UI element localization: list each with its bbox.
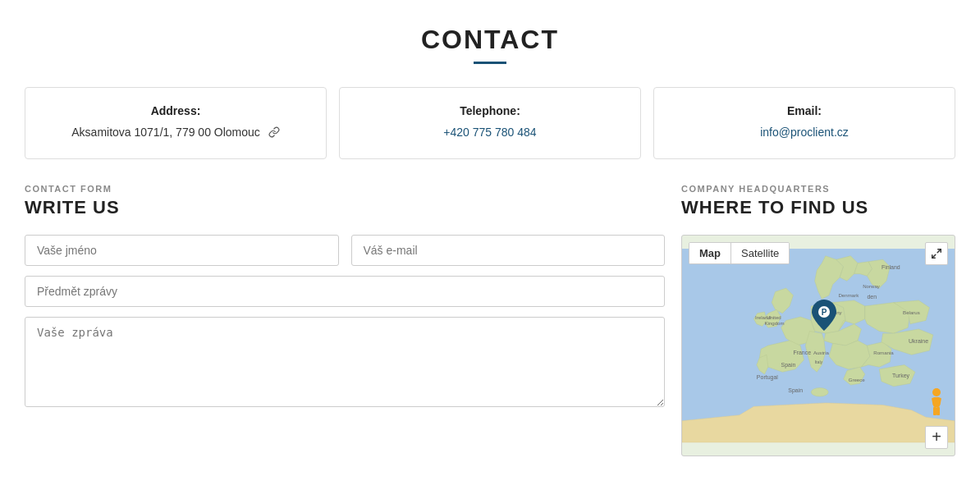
telephone-value: +420 775 780 484 (356, 126, 624, 139)
map-section: COMPANY HEADQUARTERS WHERE TO FIND US (681, 184, 955, 456)
title-underline (474, 62, 506, 64)
svg-rect-30 (936, 407, 940, 415)
map-pin: P (812, 300, 836, 334)
svg-text:Ireland: Ireland (755, 314, 771, 319)
svg-text:Spain: Spain (781, 362, 796, 369)
svg-text:Romania: Romania (873, 350, 894, 355)
form-subtitle: CONTACT FORM (25, 184, 665, 194)
svg-rect-29 (933, 407, 936, 415)
svg-text:Kingdom: Kingdom (764, 319, 784, 325)
page-title: CONTACT (25, 25, 955, 55)
map-expand-button[interactable] (925, 242, 948, 265)
svg-text:Ukraine: Ukraine (909, 338, 928, 344)
email-link[interactable]: info@proclient.cz (760, 126, 849, 139)
svg-text:Finland: Finland (882, 263, 900, 269)
address-label: Address: (42, 104, 309, 117)
svg-text:Austria: Austria (813, 350, 830, 355)
svg-text:Norway: Norway (863, 283, 881, 289)
map-background: den Finland Norway United Kingdom Irelan… (682, 236, 955, 456)
svg-point-25 (932, 388, 941, 396)
svg-text:P: P (821, 308, 827, 317)
svg-text:Italy: Italy (815, 359, 823, 364)
svg-text:Portugal: Portugal (757, 374, 778, 381)
telephone-link[interactable]: +420 775 780 484 (443, 126, 536, 139)
map-title: WHERE TO FIND US (681, 197, 955, 218)
svg-text:Denmark: Denmark (838, 292, 859, 298)
email-value: info@proclient.cz (671, 126, 938, 139)
name-input[interactable] (25, 235, 339, 266)
map-zoom-in-button[interactable]: + (925, 426, 948, 449)
svg-text:den: den (867, 294, 877, 300)
email-card: Email: info@proclient.cz (653, 87, 955, 159)
main-content: CONTACT FORM WRITE US COMPANY HEADQUARTE… (25, 184, 955, 456)
map-toggle-map[interactable]: Map (689, 243, 731, 263)
svg-text:Turkey: Turkey (892, 373, 910, 379)
svg-text:France: France (793, 350, 811, 355)
map-pegman[interactable] (925, 387, 948, 419)
form-row-name-email (25, 235, 665, 266)
email-input[interactable] (351, 235, 666, 266)
subject-input[interactable] (25, 276, 665, 307)
map-toggle-satellite[interactable]: Satellite (731, 243, 789, 263)
svg-text:Greece: Greece (849, 376, 866, 382)
form-section: CONTACT FORM WRITE US (25, 184, 665, 456)
svg-point-1 (811, 387, 828, 396)
telephone-card: Telephone: +420 775 780 484 (339, 87, 641, 159)
zoom-in-icon: + (932, 428, 941, 446)
form-title: WRITE US (25, 197, 665, 218)
page-header: CONTACT (25, 25, 955, 64)
map-toggle: Map Satellite (689, 242, 790, 264)
svg-text:Belarus: Belarus (903, 309, 920, 315)
address-text: Aksamitova 1071/1, 779 00 Olomouc (71, 126, 260, 139)
map-subtitle: COMPANY HEADQUARTERS (681, 184, 955, 194)
svg-text:Spain: Spain (788, 387, 803, 394)
message-textarea[interactable] (25, 317, 665, 407)
link-icon[interactable] (268, 126, 280, 140)
address-card: Address: Aksamitova 1071/1, 779 00 Olomo… (25, 87, 327, 159)
map-container[interactable]: den Finland Norway United Kingdom Irelan… (681, 235, 955, 456)
telephone-label: Telephone: (356, 104, 624, 117)
email-label: Email: (671, 104, 938, 117)
info-cards-row: Address: Aksamitova 1071/1, 779 00 Olomo… (25, 87, 955, 159)
address-value: Aksamitova 1071/1, 779 00 Olomouc (42, 126, 309, 140)
